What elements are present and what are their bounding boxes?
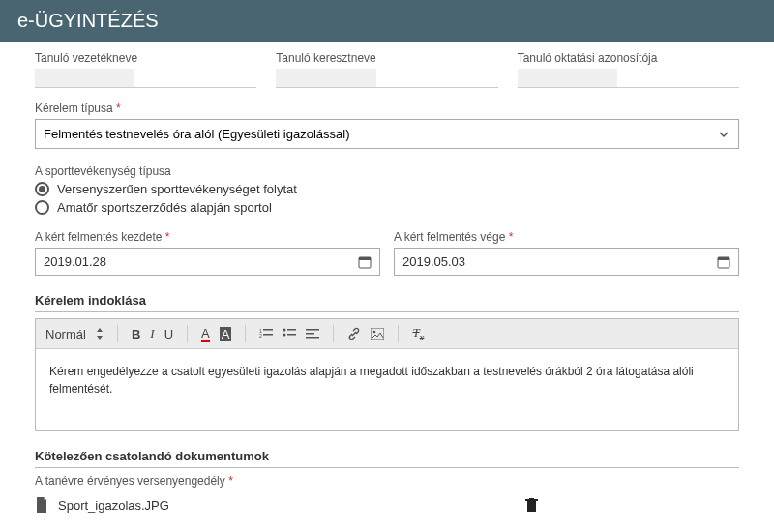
end-date-value: 2019.05.03 [402,254,465,269]
student-firstname-value [276,69,497,88]
italic-icon[interactable]: I [150,326,154,341]
required-marker: * [228,474,233,488]
link-icon[interactable] [347,327,361,340]
sport-type-radio-group: Versenyszerűen sporttevékenységet folyta… [35,182,739,215]
toolbar-separator [245,325,246,342]
delete-icon[interactable] [525,498,538,513]
sport-option-amateur-label: Amatőr sportszerződés alapján sportol [57,200,272,215]
request-type-select[interactable]: Felmentés testnevelés óra alól (Egyesüle… [35,119,739,149]
text-format-group: B I U [132,326,173,341]
list-group: 12 [259,328,319,340]
required-marker: * [116,102,121,115]
svg-rect-9 [287,329,296,331]
svg-rect-1 [359,257,371,260]
student-firstname-label: Tanuló keresztneve [276,51,497,65]
student-lastname-field: Tanuló vezetékneve [35,51,256,88]
svg-rect-17 [527,501,536,512]
app-title: e-ÜGYINTÉZÉS [17,10,159,31]
app-header: e-ÜGYINTÉZÉS [0,0,774,42]
image-icon[interactable] [371,328,384,340]
start-date-value: 2019.01.28 [44,254,106,269]
sport-type-label: A sporttevékenység típusa [35,164,739,178]
start-date-input[interactable]: 2019.01.28 [35,248,380,276]
student-row: Tanuló vezetékneve Tanuló keresztneve Ta… [35,51,739,88]
rich-text-editor: Normál B I U A A 12 [35,318,739,431]
svg-rect-7 [263,334,273,336]
calendar-icon [717,255,730,269]
clear-format-icon[interactable]: Tx [412,325,424,342]
required-marker: * [165,230,170,244]
calendar-icon [358,255,372,269]
toolbar-separator [398,325,399,342]
attachment-row: Sport_igazolas.JPG [35,493,538,517]
student-id-field: Tanuló oktatási azonosítója [518,51,739,88]
editor-textarea[interactable]: Kérem engedélyezze a csatolt egyesületi … [36,349,738,430]
toolbar-separator [117,325,118,342]
request-type-select-wrap: Felmentés testnevelés óra alól (Egyesüle… [35,119,739,149]
text-color-icon[interactable]: A [201,326,210,342]
svg-rect-5 [263,329,273,331]
svg-point-8 [283,329,286,332]
start-date-field: A kért felmentés kezdete * 2019.01.28 [35,230,380,276]
toolbar-separator [187,325,188,342]
bold-icon[interactable]: B [132,327,140,341]
svg-rect-11 [287,334,296,336]
request-type-label: Kérelem típusa * [35,102,739,115]
color-group: A A [201,326,231,342]
attachment-label: A tanévre érvényes versenyengedély * [35,474,739,488]
svg-point-16 [373,331,376,334]
file-icon [35,497,48,513]
sport-option-amateur[interactable]: Amatőr sportszerződés alapján sportol [35,200,739,215]
student-id-label: Tanuló oktatási azonosítója [518,51,739,65]
attachments-heading: Kötelezően csatolandó dokumentumok [35,449,739,468]
unordered-list-icon[interactable] [283,328,296,340]
attachment-file[interactable]: Sport_igazolas.JPG [35,497,169,513]
date-row: A kért felmentés kezdete * 2019.01.28 A … [35,230,739,276]
editor-toolbar: Normál B I U A A 12 [36,319,738,349]
clear-group: Tx [412,325,424,342]
attachment-filename: Sport_igazolas.JPG [58,498,169,513]
student-lastname-label: Tanuló vezetékneve [35,51,256,65]
paragraph-style-label: Normál [45,327,86,341]
svg-rect-13 [306,333,314,335]
svg-text:2: 2 [259,333,262,339]
start-date-label: A kért felmentés kezdete * [35,230,380,244]
reason-heading: Kérelem indoklása [35,293,739,312]
highlight-icon[interactable]: A [220,327,232,341]
svg-rect-15 [371,328,384,340]
ordered-list-icon[interactable]: 12 [259,328,273,340]
svg-rect-3 [718,257,729,260]
student-lastname-value [35,69,256,88]
form-content: Tanuló vezetékneve Tanuló keresztneve Ta… [0,42,774,532]
toolbar-separator [333,325,334,342]
required-marker: * [509,230,514,244]
radio-checked-icon [35,182,49,196]
sort-icon [96,328,104,340]
svg-rect-14 [306,337,319,339]
svg-point-10 [283,334,286,337]
student-firstname-field: Tanuló keresztneve [276,51,497,88]
student-id-value [518,69,739,88]
align-icon[interactable] [306,328,319,340]
end-date-input[interactable]: 2019.05.03 [394,248,739,276]
svg-rect-19 [529,498,534,500]
insert-group [347,327,384,340]
paragraph-style-select[interactable]: Normál [45,327,104,341]
sport-option-competitive[interactable]: Versenyszerűen sporttevékenységet folyta… [35,182,739,196]
radio-unchecked-icon [35,200,49,215]
sport-option-competitive-label: Versenyszerűen sporttevékenységet folyta… [57,182,297,196]
underline-icon[interactable]: U [164,327,173,341]
end-date-label: A kért felmentés vége * [394,230,739,244]
end-date-field: A kért felmentés vége * 2019.05.03 [394,230,739,276]
reason-text: Kérem engedélyezze a csatolt egyesületi … [49,365,694,396]
svg-rect-12 [306,329,319,331]
